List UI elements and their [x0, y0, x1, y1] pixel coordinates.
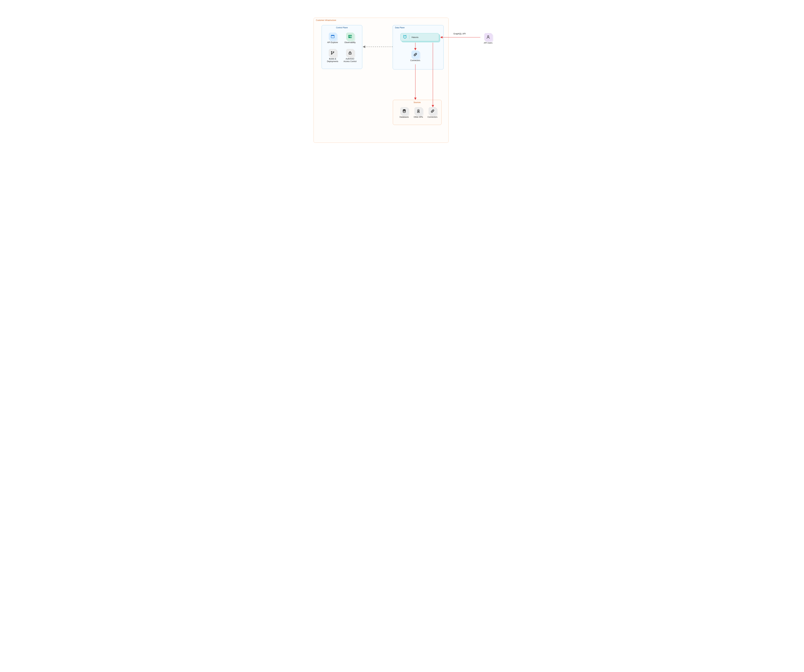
- builds-label: Builds & Deployments: [325, 58, 340, 63]
- graphql-api-label: GraphQL API: [453, 33, 466, 35]
- observability-label: Observability: [343, 41, 357, 44]
- database-icon: [402, 109, 406, 113]
- sources-label: Sources: [393, 101, 441, 104]
- other-apis-node: POSTAPI Other APIs: [411, 107, 426, 119]
- customer-infrastructure-label: Customer Infrastructure: [316, 19, 336, 21]
- hasura-label: Hasura: [412, 36, 418, 38]
- data-plane-pane: Data Plane: [393, 25, 444, 69]
- sources-connectors-node: Connectors: [425, 107, 440, 119]
- databases-node: Databases: [397, 107, 412, 119]
- databases-label: Databases: [397, 116, 412, 119]
- auth-node: Auth/SSO Access Control: [343, 49, 357, 63]
- connectors-node: Connectors: [408, 51, 423, 62]
- svg-text:POST: POST: [417, 112, 419, 113]
- api-users-node: API Users: [481, 33, 495, 44]
- other-apis-label: Other APIs: [411, 116, 426, 119]
- hasura-node: Hasura: [400, 33, 439, 41]
- lock-icon: [348, 51, 352, 55]
- hasura-icon: [403, 35, 407, 39]
- svg-point-7: [333, 52, 334, 52]
- svg-rect-1: [331, 35, 334, 36]
- svg-point-9: [350, 53, 350, 54]
- svg-point-11: [403, 109, 405, 111]
- svg-point-10: [404, 36, 406, 38]
- sources-connectors-label: Connectors: [425, 116, 440, 119]
- link-icon: [430, 109, 435, 113]
- api-explorer-label: API Explorer: [325, 41, 340, 44]
- auth-label: Auth/SSO Access Control: [343, 58, 357, 63]
- git-branch-icon: [331, 51, 335, 55]
- control-plane-label: Control Plane: [322, 26, 362, 29]
- window-icon: [331, 34, 335, 39]
- builds-node: Builds & Deployments: [325, 49, 340, 63]
- api-explorer-node: API Explorer: [325, 33, 340, 44]
- diagram-canvas: Customer Infrastructure Control Plane Da…: [299, 0, 505, 149]
- svg-point-5: [331, 51, 332, 52]
- chart-icon: [348, 34, 352, 39]
- observability-node: Observability: [343, 33, 357, 44]
- data-plane-label: Data Plane: [395, 26, 405, 29]
- connectors-label: Connectors: [408, 59, 423, 62]
- api-users-label: API Users: [481, 42, 495, 44]
- svg-rect-4: [351, 36, 351, 38]
- link-icon: [413, 52, 417, 57]
- svg-point-17: [487, 36, 489, 37]
- svg-text:API: API: [418, 111, 419, 111]
- api-gear-icon: POSTAPI: [416, 109, 420, 113]
- svg-point-6: [331, 54, 332, 54]
- user-icon: [486, 35, 490, 39]
